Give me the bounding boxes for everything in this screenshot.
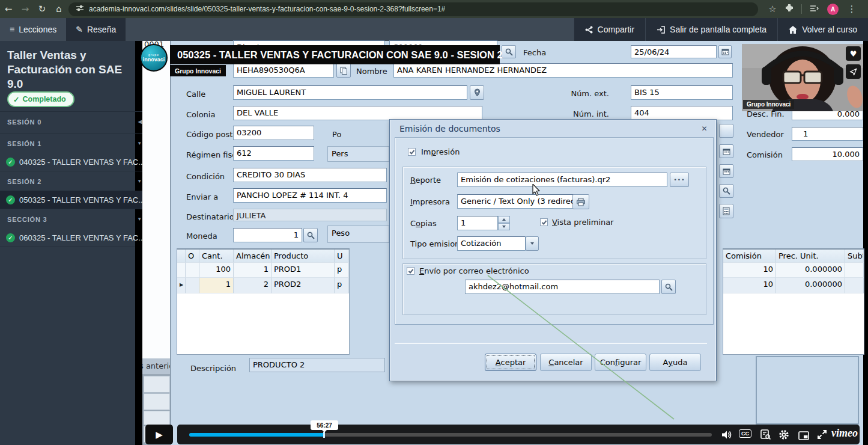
comision-field[interactable]: 10.000 — [792, 147, 863, 161]
email-field[interactable]: akhdez2@hotmail.com — [465, 280, 660, 294]
destinatario-field[interactable]: JULIETA — [233, 209, 387, 221]
step-down-icon[interactable] — [498, 223, 510, 230]
vista-preliminar-checkbox[interactable] — [540, 218, 548, 226]
lesson-title-overlay: 050325 - TALLER VENTAS Y FACTURACION CON… — [170, 45, 500, 64]
browse-report-button[interactable]: ••• — [670, 173, 689, 187]
search-email-icon[interactable] — [661, 280, 676, 294]
search-moneda-icon[interactable] — [303, 228, 318, 242]
impresora-field[interactable]: Generic / Text Only (3 redireccionad — [457, 194, 577, 209]
aceptar-button[interactable]: Aceptar — [485, 354, 536, 371]
volume-icon[interactable] — [720, 428, 734, 441]
search-client-button[interactable] — [502, 45, 516, 58]
num-int-label: Núm. int. — [571, 109, 609, 118]
codigo-postal-field[interactable]: 03200 — [233, 126, 314, 140]
calendar-icon[interactable] — [718, 45, 732, 58]
sidebar-section-seccion3[interactable]: SECCIÓN 3 ▼ — [0, 209, 150, 229]
toolbar-separator — [801, 4, 802, 14]
profile-avatar[interactable]: A — [827, 4, 839, 15]
search-icon[interactable] — [719, 184, 733, 198]
colonia-field[interactable]: DEL VALLE — [233, 106, 482, 120]
totals-table: Comisión Prec. Unit. Subt 10 0.000000 10… — [723, 248, 864, 355]
sidebar-item-060325[interactable]: ✓ 060325 - TALLER VENTAS Y FAC... — [0, 229, 147, 247]
table-row[interactable]: 100 1 PROD1 p — [177, 263, 349, 278]
descripcion-field[interactable]: PRODUCTO 2 — [249, 358, 385, 372]
table-row[interactable]: 10 0.000000 — [723, 263, 864, 278]
progress-fill — [189, 433, 324, 437]
transcript-icon[interactable] — [758, 428, 772, 441]
descripcion-label: Descripción — [190, 364, 236, 373]
configurar-button[interactable]: Configurar — [595, 354, 646, 371]
webcam-brand-label: Grupo Innovaci — [743, 100, 794, 109]
copy-icon[interactable] — [336, 63, 351, 78]
nombre-field[interactable]: ANA KAREN HERNANDEZ HERNANDEZ — [393, 63, 733, 78]
progress-handle[interactable] — [323, 432, 325, 438]
items-table-header: O Cant. Almacén Producto U — [177, 250, 349, 263]
sidebar-section-sesion1[interactable]: SESIÓN 1 ▼ — [0, 133, 150, 153]
rfc-field[interactable]: HEHA890530Q6A — [233, 63, 334, 78]
fullscreen-icon[interactable] — [815, 428, 829, 441]
enviar-a-field[interactable]: PANCHO LOPEZ # 114 INT. 4 — [233, 188, 387, 203]
table-row[interactable]: 10 0.000000 — [723, 278, 864, 293]
completed-check-icon: ✓ — [6, 195, 15, 204]
calculator-icon[interactable] — [719, 204, 733, 218]
tab-search-icon[interactable] — [806, 4, 822, 14]
browser-menu-icon[interactable]: ⋮ — [843, 4, 860, 14]
num-int-field[interactable]: 404 — [631, 106, 733, 120]
tipo-emision-select[interactable]: Cotización — [457, 236, 526, 251]
calendar-icon[interactable] — [719, 164, 733, 178]
condicion-field[interactable]: CREDITO 30 DIAS — [233, 168, 387, 182]
sidebar-section-sesion2[interactable]: SESIÓN 2 ▼ — [0, 171, 150, 191]
copias-label: Copias — [410, 219, 437, 228]
pip-icon[interactable] — [797, 429, 811, 441]
blank-tool-button[interactable] — [719, 124, 733, 138]
play-button[interactable]: ▶ — [145, 425, 173, 444]
printer-icon[interactable] — [572, 194, 589, 209]
sidebar-item-040325[interactable]: ✓ 040325 - TALLER VENTAS Y FAC... — [0, 153, 147, 171]
site-info-icon[interactable] — [76, 5, 84, 14]
bookmark-star-icon[interactable]: ☆ — [764, 4, 781, 14]
settings-gear-icon[interactable] — [777, 428, 791, 441]
list-item[interactable] — [144, 411, 170, 425]
list-item[interactable]: es anterior — [142, 358, 170, 374]
home-icon[interactable]: ⌂ — [50, 4, 67, 14]
forward-icon[interactable]: → — [17, 4, 34, 14]
exit-fullscreen-button[interactable]: Salir de pantalla completa — [645, 18, 777, 41]
progress-bar[interactable] — [189, 433, 712, 437]
map-pin-icon[interactable] — [470, 85, 484, 100]
list-item[interactable] — [144, 376, 170, 393]
back-to-course-button[interactable]: Volver al curso — [777, 18, 868, 41]
cancelar-button[interactable]: Cancelar — [540, 354, 592, 371]
vendedor-field[interactable]: 1 — [792, 127, 863, 141]
ayuda-button[interactable]: Ayuda — [649, 354, 701, 371]
reload-icon[interactable]: ↻ — [34, 4, 50, 14]
fecha-field[interactable]: 25/06/24 — [631, 45, 717, 58]
copias-stepper[interactable] — [498, 216, 510, 230]
calendar-icon[interactable] — [719, 144, 733, 158]
copias-field[interactable]: 1 — [457, 216, 498, 230]
impresion-checkbox[interactable] — [408, 148, 416, 156]
sidebar-section-sesion0[interactable]: SESIÓN 0 ◀ — [0, 111, 150, 132]
url-bar[interactable]: academia-innovaci.com/slides/slide/05032… — [68, 2, 758, 16]
regimen-fiscal-field[interactable]: 612 — [233, 146, 314, 161]
impresora-label: Impresora — [410, 197, 450, 206]
moneda-field[interactable]: 1 — [233, 228, 302, 242]
num-ext-field[interactable]: BIS 15 — [631, 85, 733, 100]
tab-lecciones[interactable]: ≡ Lecciones — [0, 18, 66, 41]
sidebar-item-050325[interactable]: ✓ 050325 - TALLER VENTAS Y FAC... — [0, 191, 147, 209]
list-item[interactable] — [144, 393, 170, 410]
step-up-icon[interactable] — [498, 216, 510, 223]
share-button[interactable]: Compartir — [574, 18, 645, 41]
table-row-selected[interactable]: ▶ 1 2 PROD2 p — [177, 278, 349, 293]
dropdown-arrow-icon[interactable] — [526, 236, 539, 251]
like-heart-icon[interactable]: ♥ — [846, 46, 861, 61]
back-icon[interactable]: ← — [0, 4, 17, 14]
close-icon[interactable]: ✕ — [699, 124, 709, 134]
reporte-field[interactable]: Emisión de cotizaciones (facturas).qr2 — [457, 173, 667, 187]
calle-field[interactable]: MIGUEL LAURENT — [233, 85, 467, 100]
send-share-icon[interactable] — [846, 64, 861, 79]
extensions-icon[interactable] — [781, 4, 798, 14]
captions-icon[interactable]: CC — [739, 429, 751, 438]
vimeo-logo[interactable]: vimeo — [831, 427, 858, 440]
tab-resena[interactable]: ✎ Reseña — [66, 18, 126, 41]
envio-correo-checkbox[interactable] — [407, 267, 414, 275]
